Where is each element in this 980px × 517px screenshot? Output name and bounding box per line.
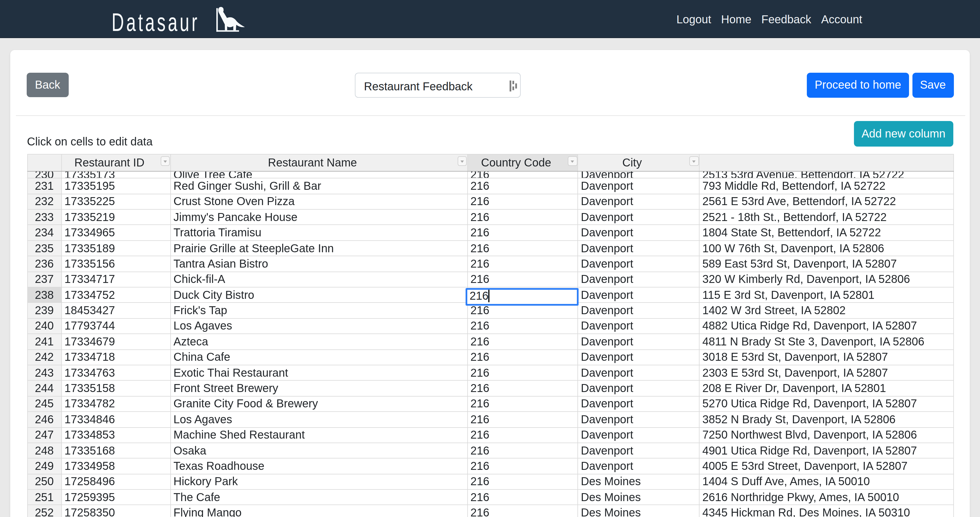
svg-text:Datasaur: Datasaur [113, 8, 200, 36]
